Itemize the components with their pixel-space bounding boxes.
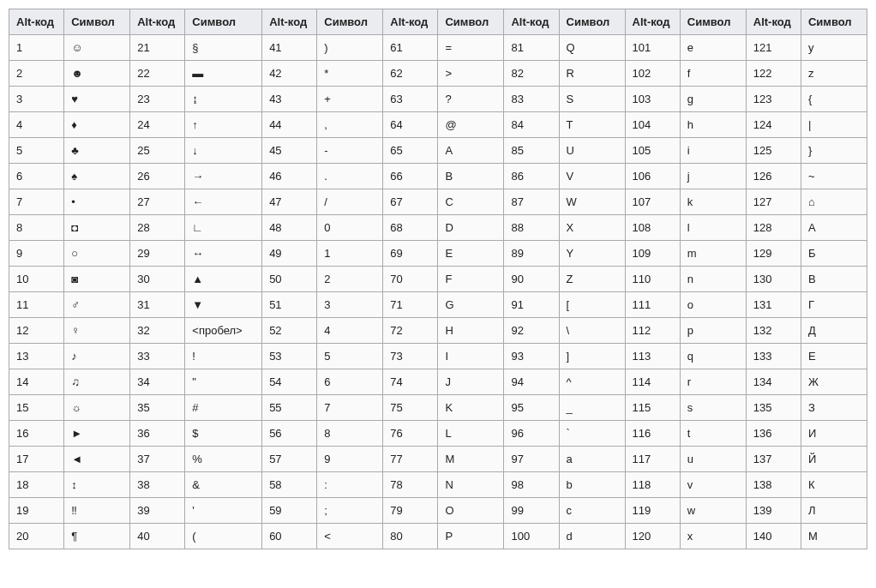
col-header-code: Alt-код — [383, 9, 438, 35]
alt-code-cell: 57 — [262, 447, 317, 472]
symbol-cell: o — [680, 292, 746, 318]
alt-code-cell: 130 — [746, 267, 801, 292]
alt-code-cell: 122 — [746, 61, 801, 87]
symbol-cell: 0 — [317, 215, 383, 241]
symbol-cell: $ — [185, 421, 262, 447]
alt-code-cell: 123 — [746, 87, 801, 112]
symbol-cell: R — [559, 61, 625, 87]
symbol-cell: ○ — [64, 241, 130, 267]
symbol-cell: Л — [801, 498, 867, 524]
symbol-cell: ◘ — [64, 215, 130, 241]
symbol-cell: < — [317, 524, 383, 549]
alt-code-cell: 91 — [504, 292, 559, 318]
symbol-cell: 3 — [317, 292, 383, 318]
alt-code-cell: 126 — [746, 164, 801, 189]
symbol-cell: a — [559, 447, 625, 472]
table-row: 11♂31▼51371G91[111o131Г — [9, 292, 867, 318]
symbol-cell: ← — [185, 189, 262, 215]
alt-code-cell: 119 — [625, 498, 680, 524]
symbol-cell: , — [317, 112, 383, 138]
alt-code-cell: 70 — [383, 267, 438, 292]
alt-code-cell: 30 — [130, 267, 185, 292]
symbol-cell: u — [680, 447, 746, 472]
alt-code-cell: 110 — [625, 267, 680, 292]
alt-code-cell: 72 — [383, 318, 438, 344]
symbol-cell: ↑ — [185, 112, 262, 138]
table-row: 13♪33!53573I93]113q133Е — [9, 344, 867, 369]
alt-code-cell: 120 — [625, 524, 680, 549]
symbol-cell: z — [801, 61, 867, 87]
symbol-cell: А — [801, 215, 867, 241]
symbol-cell: F — [438, 267, 504, 292]
alt-code-cell: 71 — [383, 292, 438, 318]
col-header-code: Alt-код — [504, 9, 559, 35]
symbol-cell: . — [317, 164, 383, 189]
alt-code-cell: 38 — [130, 472, 185, 498]
alt-code-cell: 28 — [130, 215, 185, 241]
alt-code-cell: 109 — [625, 241, 680, 267]
alt-code-cell: 39 — [130, 498, 185, 524]
symbol-cell: ◄ — [64, 447, 130, 472]
alt-code-cell: 85 — [504, 138, 559, 164]
alt-code-cell: 79 — [383, 498, 438, 524]
symbol-cell: " — [185, 369, 262, 395]
alt-code-cell: 112 — [625, 318, 680, 344]
alt-code-cell: 93 — [504, 344, 559, 369]
symbol-cell: E — [438, 241, 504, 267]
symbol-cell: ( — [185, 524, 262, 549]
alt-code-cell: 13 — [9, 344, 64, 369]
symbol-cell: Ж — [801, 369, 867, 395]
symbol-cell: G — [438, 292, 504, 318]
symbol-cell: i — [680, 138, 746, 164]
symbol-cell: l — [680, 215, 746, 241]
symbol-cell: 8 — [317, 421, 383, 447]
symbol-cell: ` — [559, 421, 625, 447]
alt-code-cell: 47 — [262, 189, 317, 215]
alt-code-cell: 18 — [9, 472, 64, 498]
symbol-cell: O — [438, 498, 504, 524]
table-row: 3♥23↨43+63?83S103g123{ — [9, 87, 867, 112]
alt-code-cell: 22 — [130, 61, 185, 87]
symbol-cell: v — [680, 472, 746, 498]
symbol-cell: k — [680, 189, 746, 215]
alt-code-cell: 136 — [746, 421, 801, 447]
symbol-cell: ! — [185, 344, 262, 369]
alt-code-cell: 34 — [130, 369, 185, 395]
alt-code-cell: 101 — [625, 35, 680, 61]
alt-code-cell: 62 — [383, 61, 438, 87]
symbol-cell: ⌂ — [801, 189, 867, 215]
symbol-cell: M — [438, 447, 504, 472]
table-row: 19‼39'59;79O99c119w139Л — [9, 498, 867, 524]
alt-code-cell: 54 — [262, 369, 317, 395]
alt-code-cell: 121 — [746, 35, 801, 61]
alt-code-cell: 127 — [746, 189, 801, 215]
alt-code-cell: 111 — [625, 292, 680, 318]
symbol-cell: ↔ — [185, 241, 262, 267]
table-row: 5♣25↓45-65A85U105i125} — [9, 138, 867, 164]
alt-code-cell: 36 — [130, 421, 185, 447]
alt-code-cell: 75 — [383, 395, 438, 421]
alt-code-cell: 16 — [9, 421, 64, 447]
symbol-cell: \ — [559, 318, 625, 344]
symbol-cell: 2 — [317, 267, 383, 292]
alt-code-cell: 32 — [130, 318, 185, 344]
symbol-cell: g — [680, 87, 746, 112]
symbol-cell: / — [317, 189, 383, 215]
alt-code-cell: 27 — [130, 189, 185, 215]
symbol-cell: § — [185, 35, 262, 61]
symbol-cell: <пробел> — [185, 318, 262, 344]
alt-code-cell: 64 — [383, 112, 438, 138]
symbol-cell: Й — [801, 447, 867, 472]
alt-code-cell: 98 — [504, 472, 559, 498]
alt-code-cell: 60 — [262, 524, 317, 549]
alt-code-cell: 90 — [504, 267, 559, 292]
symbol-cell: Z — [559, 267, 625, 292]
symbol-cell: N — [438, 472, 504, 498]
alt-code-cell: 139 — [746, 498, 801, 524]
symbol-cell: ' — [185, 498, 262, 524]
alt-code-cell: 74 — [383, 369, 438, 395]
symbol-cell: 4 — [317, 318, 383, 344]
alt-code-cell: 56 — [262, 421, 317, 447]
symbol-cell: | — [801, 112, 867, 138]
symbol-cell: y — [801, 35, 867, 61]
